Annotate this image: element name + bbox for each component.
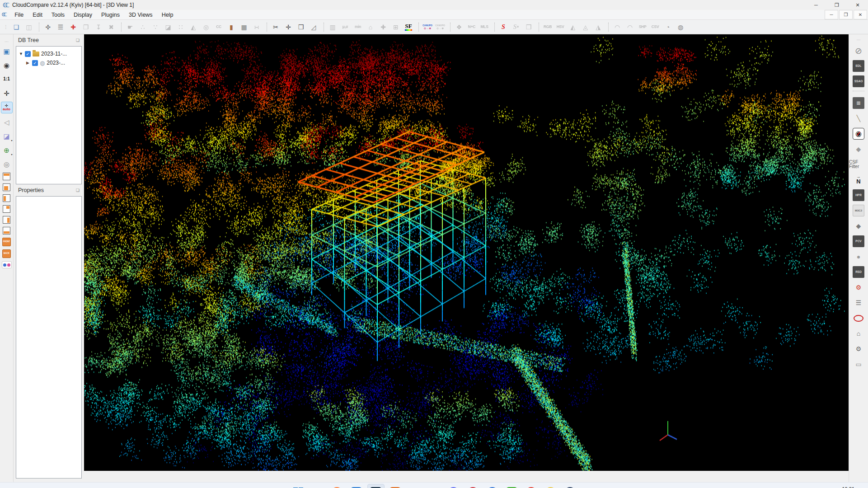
global-shift-button[interactable]: ✜ [42,21,54,33]
discord-app[interactable] [445,484,462,488]
collapsed-caret-icon[interactable]: ▶ [26,61,30,65]
display-settings-button[interactable]: ▣ [1,46,12,56]
stack-app[interactable]: ≡ [406,484,423,488]
pivot-visibility-button[interactable]: ⊕▾ [1,145,12,155]
open-file-button[interactable]: ❏ [10,21,22,33]
segment-scissors-button[interactable]: ✂ [270,21,282,33]
viewport-column [84,34,849,482]
edl-filter-button[interactable]: EDL [853,60,864,72]
layers-plugin-button[interactable]: ☰ [853,297,864,309]
poisson-recon-button[interactable]: ● [853,251,864,263]
clean-broom-button[interactable]: ╲ [853,113,864,124]
screenshot-camera-button[interactable]: ◉ [1,60,12,70]
steam-app[interactable] [562,484,579,488]
menu-display[interactable]: Display [69,11,97,19]
view-front-button[interactable] [3,183,10,191]
properties-float-icon[interactable]: ❏ [76,188,80,192]
sra-oval-button[interactable] [853,312,864,324]
expand-caret-icon[interactable]: ▼ [19,52,23,56]
properties-header: Properties ❏ [14,184,83,196]
menu-plugins[interactable]: Plugins [97,11,124,19]
merge-clouds-button[interactable]: ✚ [67,21,79,33]
zoom-fit-button[interactable]: ◎ [1,159,12,169]
mdi-close-button[interactable]: ✕ [854,10,867,19]
pcv-plugin-button[interactable]: PCV [853,235,864,247]
cloudcompare-app[interactable]: CC [367,484,385,488]
facets-north-button[interactable]: N [853,174,864,186]
main-toolbar: ❏◫✜☰✚❐↧✖☛∴∵◪∷◭◎CC▮▦∺✂✛❒◿▥μ,σmin⌂✚⊞SFCANU… [0,20,868,34]
view-bottom-button[interactable] [3,227,10,235]
no-glfilter-button[interactable]: ⊘ [853,45,864,56]
gears-plugin-button[interactable]: ⚙ [853,282,864,293]
menu-edit[interactable]: Edit [28,11,47,19]
cork-tool-button[interactable]: ▮ [225,21,237,33]
restore-button[interactable]: ❐ [826,0,847,10]
file-explorer-app[interactable] [426,484,443,488]
view-left-button[interactable] [3,194,10,202]
rsd-plugin-button[interactable]: RSD [853,266,864,278]
red-circle-app[interactable] [523,484,540,488]
rotate-camera-button[interactable]: ◁ [1,117,12,127]
checker-texture-button[interactable]: ▦ [238,21,250,33]
point-cloud-viewport[interactable] [84,34,849,471]
properties-list-button[interactable]: ☰ [55,21,66,33]
orange-tile-app[interactable] [387,484,404,488]
perspective-mode-button[interactable]: ◪▾ [1,131,12,141]
pie-sphere-button[interactable]: ◔ [662,21,674,33]
menu-3d-views[interactable]: 3D Views [124,11,157,19]
view-top-button[interactable] [3,173,10,180]
translate-rotate-button[interactable]: ✛ [282,21,294,33]
close-button[interactable]: ✕ [847,0,868,10]
visibility-checkbox[interactable]: ✓ [32,60,38,66]
globe-mesh-button[interactable]: ◍ [675,21,686,33]
tree-item-folder[interactable]: ▼ ✓ 2023-11-... [16,49,81,58]
compass-plugin-button[interactable]: ◉ [853,128,864,140]
zoom-1-1-button[interactable]: 1:1 [1,74,12,84]
iso-view-back-button[interactable]: BACK [2,249,11,258]
start-button[interactable] [290,484,307,488]
search-button[interactable] [309,484,326,488]
csf-filter-label[interactable]: CSF Filter [849,159,868,170]
separator [447,23,450,32]
tree-item-label: 2023-11-... [41,51,67,57]
shield2-plugin-button[interactable]: ◆ [853,220,864,232]
blue-office-app[interactable] [348,484,365,488]
hpr-plugin-button[interactable]: HPR [853,189,864,201]
subsample-button: ∺ [251,21,263,33]
view-back-button[interactable] [3,205,10,213]
clock[interactable]: 10:31 20/11/2023 [830,486,854,488]
m3c2-plugin-button[interactable]: M3C2 [853,205,864,216]
tree-item-cloud[interactable]: ▶ ✓ ◍ 2023-... [16,58,81,67]
menu-help[interactable]: Help [157,11,178,19]
minimize-button[interactable]: ─ [806,0,826,10]
green-app[interactable] [503,484,521,488]
level-tool-button[interactable]: ◿ [308,21,319,33]
stereo-glasses-button[interactable] [2,261,12,268]
animation-clapper-button[interactable]: ▦ [853,97,864,109]
canupo-create-button[interactable]: CANUPO [422,21,433,33]
db-tree-float-icon[interactable]: ❏ [76,38,80,42]
auto-pick-center-button[interactable]: ✛auto [1,102,13,113]
sf-color-scale-button[interactable]: SF [403,21,414,33]
clipping-box-button[interactable]: ❒ [295,21,307,33]
firefox-app[interactable] [328,484,346,488]
gear2-plugin-button[interactable]: ⚙ [853,343,864,355]
menu-tools[interactable]: Tools [47,11,69,19]
media-play-app[interactable]: ▸ [484,484,501,488]
visibility-checkbox[interactable]: ✓ [25,51,31,57]
opera-app[interactable] [464,484,482,488]
ssao-filter-button[interactable]: SSAO [853,75,864,87]
trace-polyline-button[interactable]: S [497,21,509,33]
canupo-classify-button: CANUPO [434,21,446,33]
view-right-button[interactable] [3,216,10,224]
yellow-shield-app[interactable] [542,484,559,488]
ruler-plugin-button[interactable]: ▭ [853,358,864,370]
mdi-restore-button[interactable]: ❐ [839,10,853,19]
properties-title: Properties [18,187,44,193]
pivot-center-button[interactable]: ✛ [1,88,12,99]
menu-file[interactable]: File [10,11,28,19]
iso-view-front-button[interactable]: FRONT [2,238,11,246]
cork-shield-button[interactable]: ◆ [853,143,864,155]
home-plugin-button[interactable]: ⌂ [853,328,864,339]
mdi-minimize-button[interactable]: ─ [825,10,838,19]
